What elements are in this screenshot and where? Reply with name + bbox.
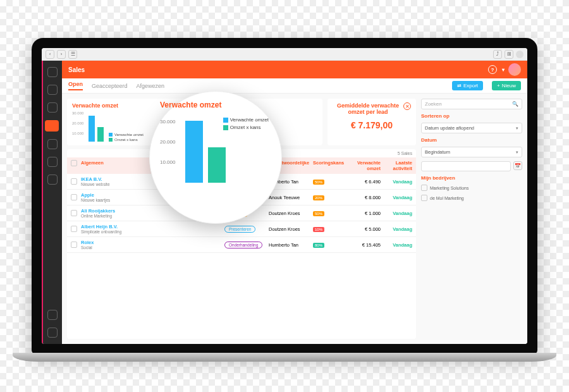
sidebar-contacts-icon[interactable] xyxy=(47,85,58,95)
close-icon[interactable]: ✕ xyxy=(403,102,411,110)
sidebar-home-icon[interactable] xyxy=(47,67,58,77)
companies-label: Mijn bedrijven xyxy=(421,175,522,181)
owner: Anouk Teeuwe xyxy=(269,195,313,200)
score-bar: 10% xyxy=(313,227,324,232)
date-input[interactable] xyxy=(421,161,511,171)
help-icon[interactable]: ? xyxy=(488,65,497,74)
score-bar: 80% xyxy=(313,243,324,248)
owner: Doutzen Kroes xyxy=(269,211,313,216)
company-link[interactable]: Albert Heijn B.V. xyxy=(81,224,224,230)
last-activity: Vandaag xyxy=(381,226,412,232)
kpi-card: ✕ Gemiddelde verwachte omzet per lead € … xyxy=(327,99,416,145)
tab-rejected[interactable]: Afgewezen xyxy=(137,83,165,89)
sort-select[interactable]: Datum update aflopend▾ xyxy=(421,123,522,133)
page-title: Sales xyxy=(68,66,488,73)
checkbox[interactable] xyxy=(71,194,77,200)
date-select[interactable]: Begindatum▾ xyxy=(421,147,522,157)
stage-pill: Onderhandeling xyxy=(224,242,262,248)
mag-bar-revenue xyxy=(185,121,203,183)
chevron-down-icon: ▾ xyxy=(516,126,518,131)
nav-forward-button[interactable]: › xyxy=(57,50,66,59)
amount: € 5.000 xyxy=(346,226,381,232)
topbar: Sales ? ▾ xyxy=(62,61,527,78)
col-omzet[interactable]: Verwachte omzet xyxy=(346,160,381,171)
sidebar-settings-icon[interactable] xyxy=(47,310,58,320)
nav-back-button[interactable]: ‹ xyxy=(46,50,54,59)
tab-accepted[interactable]: Geaccepteerd xyxy=(92,83,128,89)
export-icon: ⇄ xyxy=(457,83,462,89)
search-input[interactable]: Zoeken 🔍 xyxy=(421,99,522,109)
sort-label: Sorteren op xyxy=(421,113,522,119)
checkbox[interactable] xyxy=(421,185,427,191)
last-activity: Vandaag xyxy=(381,211,412,216)
profile-icon[interactable] xyxy=(516,51,523,58)
owner: Humberto Tan xyxy=(269,242,313,248)
calendar-icon[interactable]: 📅 xyxy=(513,161,522,170)
tabs-icon[interactable]: ⊞ xyxy=(505,50,513,59)
sidebar-collapse-icon[interactable] xyxy=(47,328,58,338)
last-activity: Vandaag xyxy=(381,195,412,200)
checkbox[interactable] xyxy=(71,178,77,185)
checkbox[interactable] xyxy=(71,242,77,248)
checkbox-all[interactable] xyxy=(71,160,77,166)
last-activity: Vandaag xyxy=(381,179,412,185)
tab-open[interactable]: Open xyxy=(68,81,83,90)
chevron-down-icon: ▾ xyxy=(516,150,518,155)
amount: € 1.000 xyxy=(346,211,381,216)
magnifier-title: Verwachte omzet xyxy=(160,101,271,109)
sidebar-crm-icon[interactable] xyxy=(47,102,58,113)
score-bar: 20% xyxy=(313,195,324,200)
owner: Doutzen Kroes xyxy=(269,226,313,232)
plus-icon: + xyxy=(497,83,500,89)
table-row[interactable]: Albert Heijn B.V.Simplicate onboardingPr… xyxy=(67,221,416,237)
browser-chrome: ‹ › ☰ ⤴ ⊞ xyxy=(42,48,527,61)
company-link[interactable]: Rolex xyxy=(81,240,224,245)
sidebar-invoice-icon[interactable] xyxy=(47,175,58,185)
nav-sidebar-button[interactable]: ☰ xyxy=(68,50,77,59)
app-sidebar xyxy=(42,61,62,344)
url-bar[interactable] xyxy=(80,50,491,59)
tab-bar: Open Geaccepteerd Afgewezen ⇄Export +Nie… xyxy=(62,78,527,94)
last-activity: Vandaag xyxy=(381,242,412,248)
checkbox[interactable] xyxy=(421,195,427,201)
kpi-value: € 7.179,00 xyxy=(333,120,411,130)
share-icon[interactable]: ⤴ xyxy=(493,50,502,59)
col-activiteit[interactable]: Laatste activiteit xyxy=(381,160,412,171)
bar-chance xyxy=(97,127,104,142)
amount: € 15.405 xyxy=(346,242,381,248)
amount: € 8.000 xyxy=(346,195,381,200)
amount: € 6.490 xyxy=(346,179,381,185)
mag-bar-chance xyxy=(208,147,226,183)
new-button[interactable]: +Nieuw xyxy=(492,81,521,90)
avatar[interactable] xyxy=(508,63,521,76)
col-score[interactable]: Scoringskans xyxy=(313,160,346,171)
checkbox[interactable] xyxy=(71,226,77,232)
magnifier-overlay: Verwachte omzet Verwachte omzet Omzet x … xyxy=(149,91,282,224)
sidebar-sales-icon[interactable] xyxy=(45,120,59,132)
sidebar-projects-icon[interactable] xyxy=(47,139,58,149)
bar-revenue xyxy=(89,116,95,142)
score-bar: 50% xyxy=(313,180,324,185)
checkbox[interactable] xyxy=(71,210,77,216)
dropdown-icon[interactable]: ▾ xyxy=(502,67,505,73)
search-icon: 🔍 xyxy=(512,101,518,107)
kpi-title: Gemiddelde verwachte omzet per lead xyxy=(333,102,411,115)
stage-pill: Presenteren xyxy=(224,226,255,233)
sidebar-hours-icon[interactable] xyxy=(47,157,58,167)
export-button[interactable]: ⇄Export xyxy=(452,81,483,90)
score-bar: 50% xyxy=(313,211,324,216)
table-row[interactable]: RolexSocialOnderhandelingHumberto Tan80%… xyxy=(67,237,416,253)
date-label: Datum xyxy=(421,137,522,143)
